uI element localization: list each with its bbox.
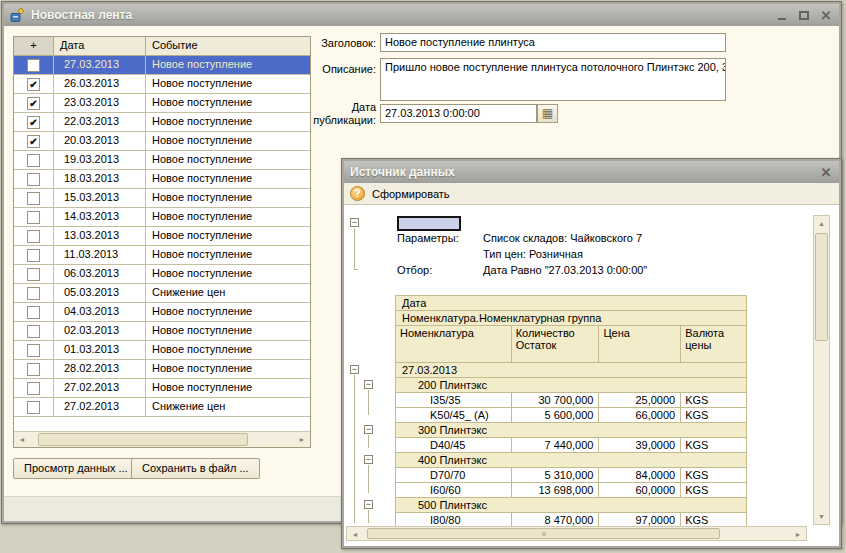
- nomenclature-cell[interactable]: I60/60: [396, 483, 512, 498]
- col-header-currency[interactable]: Валюта цены: [681, 326, 747, 363]
- group-row-label[interactable]: 200 Плинтэкс: [396, 378, 747, 393]
- news-row[interactable]: 28.02.2013Новое поступление: [14, 360, 310, 379]
- scroll-down-icon[interactable]: ▼: [814, 509, 829, 524]
- scroll-right-icon[interactable]: ►: [294, 432, 310, 447]
- report-titlebar[interactable]: Источник данных ✕: [344, 161, 839, 183]
- report-vscrollbar[interactable]: ▲ ▼: [813, 215, 830, 525]
- report-hscrollbar[interactable]: ◄ ►: [346, 526, 807, 541]
- price-cell[interactable]: 25,0000: [599, 393, 681, 408]
- row-checkbox[interactable]: [27, 192, 40, 205]
- collapse-toggle-params[interactable]: −: [350, 218, 359, 227]
- scroll-up-icon[interactable]: ▲: [814, 216, 829, 231]
- nomenclature-cell[interactable]: I35/35: [396, 393, 512, 408]
- collapse-toggle-date-group[interactable]: −: [350, 365, 359, 374]
- scrollbar-track[interactable]: [30, 432, 294, 447]
- row-checkbox[interactable]: [27, 363, 40, 376]
- minimize-button[interactable]: [775, 8, 789, 22]
- news-row[interactable]: 02.03.2013Новое поступление: [14, 322, 310, 341]
- row-checkbox[interactable]: ✔: [27, 116, 40, 129]
- row-checkbox[interactable]: ✔: [27, 78, 40, 91]
- scroll-left-icon[interactable]: ◄: [14, 432, 30, 447]
- news-row[interactable]: ✔23.03.2013Новое поступление: [14, 94, 310, 113]
- news-row[interactable]: 19.03.2013Новое поступление: [14, 151, 310, 170]
- news-row[interactable]: 27.03.2013Новое поступление: [14, 56, 310, 75]
- group-row-label[interactable]: 400 Плинтэкс: [396, 453, 747, 468]
- quantity-cell[interactable]: 5 310,000: [512, 468, 600, 483]
- row-checkbox[interactable]: [27, 59, 40, 72]
- row-checkbox[interactable]: [27, 230, 40, 243]
- quantity-cell[interactable]: 13 698,000: [512, 483, 600, 498]
- row-checkbox[interactable]: [27, 401, 40, 414]
- news-row[interactable]: 27.02.2013Новое поступление: [14, 379, 310, 398]
- news-row[interactable]: ✔22.03.2013Новое поступление: [14, 113, 310, 132]
- news-row[interactable]: 15.03.2013Новое поступление: [14, 189, 310, 208]
- scrollbar-thumb[interactable]: [815, 233, 828, 341]
- price-cell[interactable]: 39,0000: [599, 438, 681, 453]
- help-icon[interactable]: ?: [350, 186, 365, 201]
- title-input[interactable]: Новое поступление плинтуса: [380, 33, 726, 52]
- description-input[interactable]: Пришло новое поступление плинтуса потоло…: [380, 58, 726, 101]
- price-cell[interactable]: 60,0000: [599, 483, 681, 498]
- collapse-toggle-group-300[interactable]: −: [364, 425, 373, 434]
- row-checkbox[interactable]: [27, 287, 40, 300]
- row-checkbox[interactable]: [27, 306, 40, 319]
- price-cell[interactable]: 66,0000: [599, 408, 681, 423]
- save-to-file-button[interactable]: Сохранить в файл ...: [131, 458, 260, 479]
- row-checkbox[interactable]: ✔: [27, 97, 40, 110]
- scrollbar-thumb[interactable]: [38, 433, 248, 446]
- currency-cell[interactable]: KGS: [681, 468, 747, 483]
- column-header-event[interactable]: Событие: [146, 37, 310, 56]
- news-row[interactable]: ✔20.03.2013Новое поступление: [14, 132, 310, 151]
- currency-cell[interactable]: KGS: [681, 393, 747, 408]
- scrollbar-track[interactable]: [814, 231, 829, 509]
- calendar-picker-icon[interactable]: ▦: [537, 104, 558, 123]
- news-row[interactable]: 01.03.2013Новое поступление: [14, 341, 310, 360]
- nomenclature-cell[interactable]: D70/70: [396, 468, 512, 483]
- column-header-date[interactable]: Дата: [54, 37, 146, 56]
- nomenclature-cell[interactable]: K50/45_ (A): [396, 408, 512, 423]
- col-header-nomenclature[interactable]: Номенклатура: [396, 326, 512, 363]
- publish-date-input[interactable]: 27.03.2013 0:00:00: [380, 104, 537, 123]
- scroll-left-icon[interactable]: ◄: [347, 527, 363, 540]
- row-checkbox[interactable]: [27, 325, 40, 338]
- currency-cell[interactable]: KGS: [681, 483, 747, 498]
- row-checkbox[interactable]: [27, 268, 40, 281]
- view-data-button[interactable]: Просмотр данных ...: [13, 458, 139, 479]
- row-checkbox[interactable]: [27, 382, 40, 395]
- report-header-date[interactable]: Дата: [396, 296, 747, 311]
- column-header-check[interactable]: +: [14, 37, 54, 56]
- row-checkbox[interactable]: [27, 211, 40, 224]
- news-table-hscrollbar[interactable]: ◄ ►: [14, 431, 310, 447]
- quantity-cell[interactable]: 7 440,000: [512, 438, 600, 453]
- scroll-right-icon[interactable]: ►: [790, 527, 806, 540]
- news-row[interactable]: 04.03.2013Новое поступление: [14, 303, 310, 322]
- row-checkbox[interactable]: [27, 173, 40, 186]
- nomenclature-cell[interactable]: D40/45: [396, 438, 512, 453]
- row-checkbox[interactable]: [27, 344, 40, 357]
- quantity-cell[interactable]: 30 700,000: [512, 393, 600, 408]
- main-titlebar[interactable]: Новостная лента ✕: [4, 4, 839, 26]
- currency-cell[interactable]: KGS: [681, 438, 747, 453]
- news-row[interactable]: 14.03.2013Новое поступление: [14, 208, 310, 227]
- selected-cell-cursor[interactable]: [397, 216, 461, 231]
- news-row[interactable]: 27.02.2013Снижение цен: [14, 398, 310, 417]
- news-row[interactable]: 05.03.2013Снижение цен: [14, 284, 310, 303]
- scrollbar-thumb[interactable]: [367, 528, 720, 539]
- generate-button[interactable]: Сформировать: [372, 188, 450, 200]
- news-row[interactable]: 18.03.2013Новое поступление: [14, 170, 310, 189]
- row-checkbox[interactable]: [27, 249, 40, 262]
- collapse-toggle-group-500[interactable]: −: [364, 500, 373, 509]
- row-checkbox[interactable]: ✔: [27, 135, 40, 148]
- collapse-toggle-group-200[interactable]: −: [364, 380, 373, 389]
- group-row-label[interactable]: 300 Плинтэкс: [396, 423, 747, 438]
- currency-cell[interactable]: KGS: [681, 408, 747, 423]
- news-row[interactable]: 06.03.2013Новое поступление: [14, 265, 310, 284]
- group-row-label[interactable]: 27.03.2013: [396, 363, 747, 378]
- price-cell[interactable]: 84,0000: [599, 468, 681, 483]
- scrollbar-track[interactable]: [363, 527, 790, 540]
- report-header-group[interactable]: Номенклатура.Номенклатурная группа: [396, 311, 747, 326]
- maximize-button[interactable]: [797, 8, 811, 22]
- news-row[interactable]: ✔26.03.2013Новое поступление: [14, 75, 310, 94]
- row-checkbox[interactable]: [27, 154, 40, 167]
- group-row-label[interactable]: 500 Плинтэкс: [396, 498, 747, 513]
